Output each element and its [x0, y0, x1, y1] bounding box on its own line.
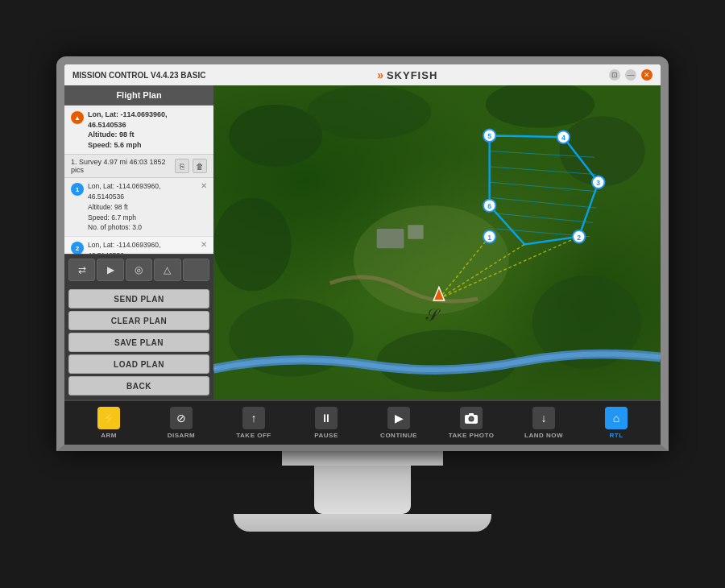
monitor-stand-base: [234, 514, 491, 532]
svg-text:4: 4: [561, 134, 566, 142]
main-content: Flight Plan ▲ Lon, Lat: -114.0693960, 46…: [64, 85, 661, 400]
clear-plan-button[interactable]: CLEAR PLAN: [68, 311, 209, 330]
svg-point-37: [470, 417, 473, 420]
waypoint-number-2: 2: [71, 242, 84, 254]
waypoint-1-close[interactable]: ✕: [201, 181, 207, 190]
takeoff-label: TAKE OFF: [236, 432, 271, 439]
action-extra-button[interactable]: [183, 259, 209, 281]
waypoint-1-text: Lon, Lat: -114.0693960, 46.5140536 Altit…: [88, 181, 195, 233]
monitor-stand-top: [282, 451, 443, 466]
save-plan-button[interactable]: SAVE PLAN: [68, 333, 209, 352]
action-triangle-button[interactable]: △: [154, 259, 180, 281]
home-icon: ▲: [71, 111, 84, 124]
title-bar: MISSION CONTROL V4.4.23 BASIC » SKYFISH …: [64, 64, 661, 85]
delete-survey-button[interactable]: 🗑: [193, 159, 207, 173]
pause-label: PAUSE: [314, 432, 338, 439]
take-photo-label: TAKE PHOTO: [449, 432, 495, 439]
arm-button[interactable]: ⚡ ARM: [81, 403, 137, 443]
land-now-button[interactable]: ↓ LAND NOW: [516, 403, 572, 443]
waypoint-2-text: Lon, Lat: -114.0693960, 46.5140536 Altit…: [88, 240, 195, 254]
takeoff-icon: ↑: [242, 407, 265, 429]
svg-point-1: [307, 85, 431, 139]
svg-line-16: [494, 213, 593, 223]
rtl-icon: ⌂: [605, 407, 628, 429]
svg-rect-10: [408, 225, 423, 238]
close-button[interactable]: ✕: [641, 69, 652, 81]
continue-button[interactable]: ▶ CONTINUE: [371, 403, 427, 443]
rtl-button[interactable]: ⌂ RTL: [588, 403, 644, 443]
svg-point-3: [560, 116, 645, 186]
svg-text:3: 3: [596, 179, 600, 187]
waypoints-list: 1 Lon, Lat: -114.0693960, 46.5140536 Alt…: [64, 178, 213, 254]
map-overlay: 1 2 3 4 5: [213, 85, 661, 400]
svg-rect-9: [377, 229, 404, 248]
svg-rect-38: [469, 413, 474, 416]
app-title: MISSION CONTROL V4.4.23 BASIC: [72, 71, 205, 80]
survey-row: 1. Survey 4.97 mi 46:03 1852 pics ⎘ 🗑: [64, 155, 213, 178]
svg-text:5: 5: [487, 132, 491, 140]
continue-icon: ▶: [387, 407, 410, 429]
continue-label: CONTINUE: [380, 432, 417, 439]
svg-point-6: [377, 330, 517, 392]
disarm-label: DISARM: [168, 432, 196, 439]
app-window: MISSION CONTROL V4.4.23 BASIC » SKYFISH …: [64, 64, 661, 445]
action-circle-button[interactable]: ◎: [126, 259, 152, 281]
rtl-label: RTL: [609, 432, 623, 439]
svg-point-2: [486, 85, 594, 128]
plan-buttons: SEND PLAN CLEAR PLAN SAVE PLAN LOAD PLAN…: [64, 285, 213, 400]
land-label: LAND NOW: [524, 432, 563, 439]
land-icon: ↓: [532, 407, 555, 429]
svg-line-14: [491, 182, 598, 192]
chevrons-icon: »: [377, 68, 383, 81]
monitor-stand-neck: [314, 466, 411, 514]
disarm-button[interactable]: ⊘ DISARM: [153, 403, 209, 443]
send-plan-button[interactable]: SEND PLAN: [68, 289, 209, 308]
monitor-screen: MISSION CONTROL V4.4.23 BASIC » SKYFISH …: [56, 56, 669, 451]
camera-icon: [460, 407, 483, 429]
takeoff-button[interactable]: ↑ TAKE OFF: [226, 403, 282, 443]
waypoint-2-close[interactable]: ✕: [201, 240, 207, 249]
survey-info: 1. Survey 4.97 mi 46:03 1852 pics: [71, 158, 175, 174]
pause-button[interactable]: ⏸ PAUSE: [298, 403, 354, 443]
copy-survey-button[interactable]: ⎘: [175, 159, 189, 173]
bottom-toolbar: ⚡ ARM ⊘ DISARM ↑ TAKE OFF ⏸ PAUSE ▶ CO: [64, 400, 661, 445]
svg-text:2: 2: [577, 234, 581, 242]
action-grid: ⇄ ▶ ◎ △: [64, 254, 213, 285]
pause-icon: ⏸: [315, 407, 338, 429]
sidebar: Flight Plan ▲ Lon, Lat: -114.0693960, 46…: [64, 85, 213, 400]
waypoint-number-1: 1: [71, 183, 84, 196]
take-photo-button[interactable]: TAKE PHOTO: [443, 403, 499, 443]
arm-icon: ⚡: [97, 407, 120, 429]
restore-button[interactable]: ⊡: [609, 69, 620, 81]
back-button[interactable]: BACK: [68, 376, 209, 395]
home-coords: Lon, Lat: -114.0693960, 46.5140536 Altit…: [88, 110, 207, 150]
waypoint-item: 1 Lon, Lat: -114.0693960, 46.5140536 Alt…: [64, 178, 213, 237]
load-plan-button[interactable]: LOAD PLAN: [68, 354, 209, 374]
home-waypoint: ▲ Lon, Lat: -114.0693960, 46.5140536 Alt…: [64, 106, 213, 155]
svg-point-4: [213, 198, 292, 292]
arm-label: ARM: [101, 432, 117, 439]
svg-line-15: [492, 198, 596, 209]
flight-plan-header: Flight Plan: [64, 85, 213, 106]
brand-logo: » SKYFISH: [377, 68, 437, 81]
svg-text:1: 1: [487, 234, 491, 242]
survey-actions: ⎘ 🗑: [175, 159, 207, 173]
svg-text:6: 6: [487, 202, 491, 210]
action-route-button[interactable]: ⇄: [68, 259, 95, 281]
action-play-button[interactable]: ▶: [97, 259, 123, 281]
window-controls: ⊡ — ✕: [609, 69, 652, 81]
minimize-button[interactable]: —: [625, 69, 636, 81]
disarm-icon: ⊘: [170, 407, 193, 429]
waypoint-item: 2 Lon, Lat: -114.0693960, 46.5140536 Alt…: [64, 237, 213, 254]
map-area[interactable]: 1 2 3 4 5: [213, 85, 661, 400]
brand-name: SKYFISH: [387, 69, 437, 81]
